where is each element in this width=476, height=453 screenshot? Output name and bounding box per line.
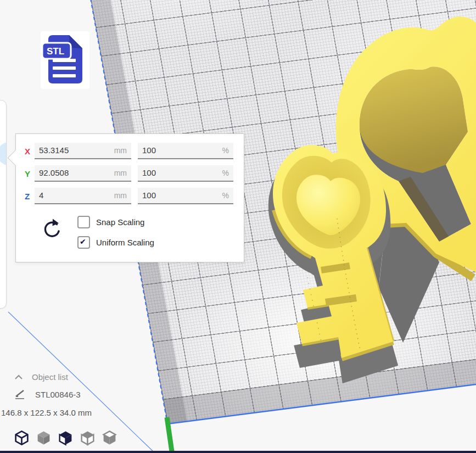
axis-z-label: Z — [25, 192, 35, 201]
cube-left-icon — [82, 431, 94, 444]
scale-z-mm-input[interactable]: 4 mm — [35, 188, 131, 204]
view-top-button[interactable] — [57, 430, 74, 446]
scale-z-percent-input[interactable]: 100 % — [138, 188, 233, 204]
cube-right-icon — [104, 431, 116, 444]
uniform-scaling-label: Uniform Scaling — [96, 238, 154, 247]
scale-z-percent-unit: % — [222, 191, 229, 200]
scale-x-mm-input[interactable]: 53.3145 mm — [35, 143, 131, 159]
reset-scale-button[interactable] — [41, 217, 63, 241]
scale-y-percent-unit: % — [222, 169, 229, 177]
scale-y-mm-value: 92.0508 — [39, 168, 69, 177]
scale-x-percent-input[interactable]: 100 % — [138, 143, 233, 159]
tool-sidebar[interactable] — [0, 100, 7, 309]
view-right-button[interactable] — [101, 430, 118, 446]
scale-y-percent-value: 100 — [142, 168, 156, 177]
stl-file-thumbnail: STL — [41, 31, 89, 89]
scale-tool-highlight[interactable] — [0, 142, 7, 165]
snap-scaling-checkbox[interactable] — [77, 216, 90, 228]
axis-y-label: Y — [25, 169, 35, 178]
scale-z-mm-value: 4 — [39, 191, 43, 200]
view-front-button[interactable] — [35, 430, 52, 446]
object-list-item[interactable]: STL00846-3 — [15, 390, 81, 399]
cube-3d-icon — [16, 431, 28, 444]
object-list-header[interactable]: Object list — [14, 372, 68, 382]
pencil-icon — [15, 390, 26, 399]
axis-x-label: X — [25, 147, 35, 156]
object-dimensions: 146.8 x 122.5 x 34.0 mm — [1, 408, 92, 417]
camera-view-toolbar — [13, 430, 118, 446]
origin-axis-marker — [167, 417, 172, 451]
object-list-title: Object list — [32, 372, 68, 382]
scale-y-mm-input[interactable]: 92.0508 mm — [35, 165, 131, 182]
scale-z-percent-value: 100 — [142, 191, 156, 200]
scale-x-percent-unit: % — [222, 146, 229, 155]
plate-front-edge — [167, 384, 476, 424]
scale-panel: X 53.3145 mm 100 % Y 92.0508 mm 100 % Z … — [15, 133, 244, 262]
stl-document-icon: STL — [42, 35, 82, 83]
view-left-button[interactable] — [79, 430, 96, 446]
object-item-name: STL00846-3 — [35, 390, 81, 399]
stl-badge-label: STL — [47, 46, 64, 57]
scale-x-percent-value: 100 — [142, 146, 156, 155]
scale-y-mm-unit: mm — [114, 169, 127, 177]
scale-z-mm-unit: mm — [114, 191, 127, 200]
scale-x-mm-unit: mm — [114, 146, 127, 155]
uniform-scaling-checkbox[interactable] — [77, 236, 90, 249]
window-bottom-edge — [0, 451, 476, 453]
snap-scaling-label: Snap Scaling — [96, 217, 144, 227]
scale-y-percent-input[interactable]: 100 % — [138, 165, 233, 182]
cube-top-icon — [60, 431, 72, 444]
scale-x-mm-value: 53.3145 — [39, 146, 69, 155]
reset-rotate-icon — [45, 219, 59, 237]
chevron-up-icon — [14, 374, 23, 380]
cube-front-icon — [38, 431, 50, 444]
view-3d-button[interactable] — [13, 430, 30, 446]
